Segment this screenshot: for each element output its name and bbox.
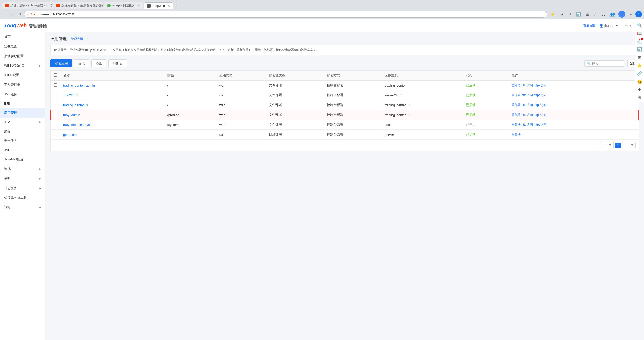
action-https访问-4[interactable]: https访问 [534, 123, 546, 126]
new-tab-button[interactable]: + [174, 3, 180, 9]
info-icon[interactable]: ℹ [87, 37, 89, 41]
tab-close-3[interactable]: ✕ [138, 4, 140, 7]
right-add-btn[interactable]: + [636, 86, 643, 93]
tab-2[interactable]: 超好用的图床·生成图片在线链接... ✕ [53, 2, 103, 9]
sidebar-item-jdbc[interactable]: JDBC配置 [0, 70, 45, 80]
deploy-src-2: 文件部署 [266, 100, 324, 110]
sidebar-item-service[interactable]: 服务 [0, 126, 45, 136]
sidebar-item-diagnose[interactable]: 诊断 [0, 174, 45, 183]
tab-4[interactable]: TongWeb ✕ [144, 2, 173, 9]
accessibility-button[interactable]: A [635, 11, 642, 17]
user-menu[interactable]: 👤 thanos ▼ [599, 24, 619, 28]
app-type-3: war [216, 110, 266, 120]
app-prefix-1: / [164, 90, 216, 100]
deploy-way-1: 控制台部署 [324, 90, 382, 100]
right-settings-btn[interactable]: ⚙ [636, 94, 643, 101]
right-search-btn[interactable]: 🔍 [636, 21, 643, 29]
action-http访问-1[interactable]: http访问 [522, 93, 533, 97]
row-checkbox-5[interactable] [54, 133, 57, 136]
start-button[interactable]: 启动 [74, 59, 89, 67]
action-http访问-3[interactable]: http访问 [522, 113, 533, 117]
sidebar-item-monitor[interactable]: 监视概览 [0, 42, 45, 51]
action-重部署-3[interactable]: 重部署 [512, 113, 521, 117]
right-emoji-btn[interactable]: 😊 [636, 78, 643, 85]
row-checkbox-4[interactable] [54, 123, 57, 126]
sidebar-item-resource[interactable]: 资源 [0, 202, 45, 212]
prev-page-button[interactable]: 上一页 [600, 142, 614, 148]
sidebar-item-monitor2[interactable]: 监视 [0, 164, 45, 174]
action-https访问-1[interactable]: https访问 [534, 93, 546, 97]
sidebar-item-classloader[interactable]: 类加载分析工具 [0, 193, 45, 202]
col-header-host: 应拟主机 [382, 71, 463, 81]
forward-button[interactable]: → [10, 11, 15, 17]
extensions-button[interactable]: ⚡ [549, 11, 557, 18]
sidebar-item-javamail[interactable]: JavaMail配置 [0, 154, 45, 164]
reload-button[interactable]: ↻ [17, 11, 22, 17]
sidebar-item-workmanager[interactable]: 工作管理器 [0, 80, 45, 90]
action-重部署-2[interactable]: 重部署 [512, 103, 521, 107]
sidebar-item-web[interactable]: WEB容器配置 [0, 61, 45, 70]
sidebar-item-startup[interactable]: 启动参数配置 [0, 51, 45, 61]
action-https访问-0[interactable]: https访问 [534, 84, 546, 87]
address-input[interactable]: 不安全 ▪▪▪▪▪▪▪▪▪▪.9060/console/rest [24, 11, 547, 18]
app-name-link-0[interactable]: trading_center_admin [63, 84, 95, 87]
more-tools-button[interactable]: ⛶ [600, 11, 607, 17]
tab-close-4[interactable]: ✕ [167, 4, 170, 8]
sidebar-item-home[interactable]: 首页 [0, 32, 45, 42]
right-read-btn[interactable]: 📖 [636, 29, 643, 37]
collections-button[interactable]: ☆ [592, 11, 599, 18]
row-checkbox-0[interactable] [54, 83, 57, 87]
undeploy-button[interactable]: 解部署 [108, 59, 127, 67]
app-name-link-3[interactable]: ruoyi-admin [63, 113, 80, 117]
select-all-checkbox[interactable] [54, 73, 57, 77]
app-name-link-2[interactable]: trading_center_ui [63, 103, 88, 107]
action-https访问-2[interactable]: https访问 [534, 103, 546, 107]
right-mail-btn[interactable]: 📩 [636, 37, 643, 45]
action-https访问-3[interactable]: https访问 [534, 113, 546, 117]
row-checkbox-3[interactable] [54, 113, 57, 116]
app-name-link-5[interactable]: genericra [63, 133, 77, 137]
action-http访问-4[interactable]: http访问 [522, 123, 533, 126]
table-container: 名称 前缀 应用类型 部署源类型 部署方式 应拟主机 状态 操作 trading… [50, 70, 639, 151]
language-selector[interactable]: 中文 [625, 23, 632, 28]
settings-button[interactable]: ⋯ [627, 11, 634, 18]
row-checkbox-1[interactable] [54, 93, 57, 96]
right-link-btn[interactable]: 🔗 [636, 70, 643, 77]
app-name-link-4[interactable]: ruoyi-modules-system [63, 123, 95, 127]
profile-button[interactable]: T [618, 11, 625, 18]
next-page-button[interactable]: 下一页 [622, 142, 636, 148]
sidebar-item-jms[interactable]: JMS服务 [0, 90, 45, 99]
tab-3[interactable]: image - 路过图床 ✕ [104, 2, 143, 9]
download-button[interactable]: ⬇ [567, 11, 573, 18]
tab-1[interactable]: 厌世小晨宇yu_Java基础,linux管... ✕ [2, 2, 52, 9]
help-link[interactable]: 查看帮助 [583, 23, 596, 28]
row-checkbox-2[interactable] [54, 103, 57, 106]
page-1-button[interactable]: 1 [615, 143, 621, 148]
action-http访问-2[interactable]: http访问 [522, 103, 533, 107]
stop-button[interactable]: 停止 [91, 59, 106, 67]
split-button[interactable]: ⊞ [584, 11, 591, 18]
sidebar-item-jndi[interactable]: JNDI [0, 146, 45, 154]
deploy-button[interactable]: 部署应用 [50, 59, 72, 67]
action-重部署-0[interactable]: 重部署 [512, 84, 521, 87]
action-重部署-1[interactable]: 重部署 [512, 93, 521, 97]
breadcrumb-link[interactable]: 管理应用 [69, 36, 85, 42]
sidebar-item-appmanage[interactable]: 应用管理 [0, 108, 45, 118]
people-button[interactable]: 👥 [609, 11, 617, 18]
sidebar-item-ejb[interactable]: EJB [0, 99, 45, 108]
action-重部署-5[interactable]: 重部署 [512, 133, 521, 136]
right-star-btn[interactable]: ⭐ [636, 62, 643, 69]
sidebar-item-log[interactable]: 日志服务 [0, 183, 45, 193]
action-重部署-4[interactable]: 重部署 [512, 123, 521, 126]
sync-button[interactable]: 🔄 [575, 11, 583, 18]
action-http访问-0[interactable]: http访问 [522, 84, 533, 87]
right-refresh-btn[interactable]: 🔄 [636, 45, 643, 53]
sidebar-item-security[interactable]: 安全服务 [0, 136, 45, 146]
star-button[interactable]: ★ [559, 11, 565, 18]
right-split-btn[interactable]: ⊞ [636, 54, 643, 61]
back-button[interactable]: ← [2, 11, 8, 17]
toolbar: 部署应用 启动 停止 解部署 🔍 定照 [50, 59, 639, 67]
sidebar-item-jca[interactable]: JCA [0, 118, 45, 126]
search-input[interactable] [592, 62, 622, 65]
app-name-link-1[interactable]: xihu22061 [63, 93, 78, 97]
